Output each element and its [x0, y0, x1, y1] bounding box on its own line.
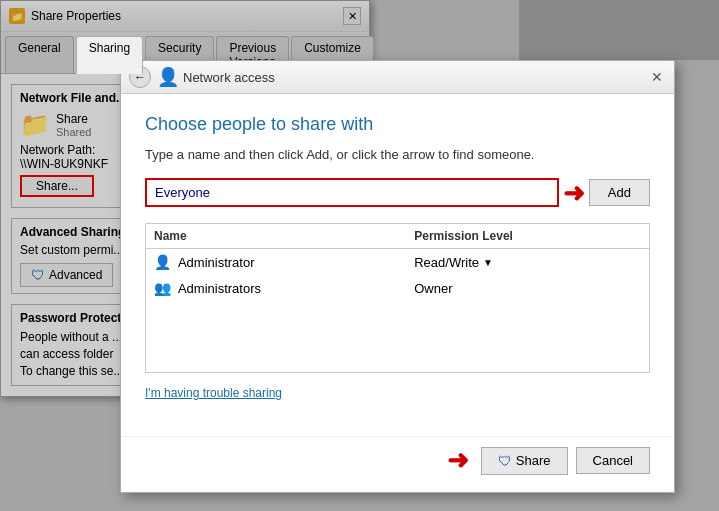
- dropdown-arrow-icon[interactable]: ▼: [483, 257, 493, 268]
- user-icon: 👤: [154, 254, 171, 270]
- file-sharing-body: Choose people to share with Type a name …: [121, 94, 674, 436]
- permission-value: Owner: [414, 281, 452, 296]
- permission-cell: Read/Write ▼: [406, 249, 649, 276]
- breadcrumb: 👤 Network access: [157, 66, 275, 88]
- breadcrumb-user-icon: 👤: [157, 66, 179, 88]
- permission-value: Read/Write: [414, 255, 479, 270]
- permission-cell: Owner: [406, 275, 649, 301]
- shield-share-icon: 🛡: [498, 453, 512, 469]
- footer-share-button[interactable]: 🛡 Share: [481, 447, 568, 475]
- table-row: 👤 Administrator Read/Write ▼: [146, 249, 649, 276]
- users-icon: 👥: [154, 280, 171, 296]
- file-sharing-footer: ➜ 🛡 Share Cancel: [121, 436, 674, 492]
- col-permission-header: Permission Level: [406, 224, 649, 249]
- file-sharing-close-button[interactable]: ✕: [648, 68, 666, 86]
- user-name-cell: 👤 Administrator: [146, 249, 406, 276]
- red-arrow-share-indicator: ➜: [447, 445, 469, 476]
- people-table: Name Permission Level 👤 Administrator Re…: [146, 224, 649, 301]
- permission-dropdown[interactable]: Read/Write ▼: [414, 255, 641, 270]
- file-sharing-dialog: ← 👤 Network access ✕ Choose people to sh…: [120, 60, 675, 493]
- input-row: ➜ Add: [145, 178, 650, 207]
- file-sharing-subtext: Type a name and then click Add, or click…: [145, 147, 650, 162]
- share-btn-label: Share: [516, 453, 551, 468]
- user-name: Administrator: [178, 255, 255, 270]
- col-name-header: Name: [146, 224, 406, 249]
- breadcrumb-text: Network access: [183, 70, 275, 85]
- add-button[interactable]: Add: [589, 179, 650, 206]
- file-sharing-heading: Choose people to share with: [145, 114, 650, 135]
- user-name-cell: 👥 Administrators: [146, 275, 406, 301]
- red-arrow-indicator: ➜: [563, 180, 585, 206]
- cancel-button[interactable]: Cancel: [576, 447, 650, 474]
- people-table-container: Name Permission Level 👤 Administrator Re…: [145, 223, 650, 373]
- tab-sharing[interactable]: Sharing: [76, 36, 143, 74]
- table-row: 👥 Administrators Owner: [146, 275, 649, 301]
- user-name: Administrators: [178, 281, 261, 296]
- trouble-sharing-link[interactable]: I'm having trouble sharing: [145, 386, 282, 400]
- file-sharing-titlebar: ← 👤 Network access ✕: [121, 61, 674, 94]
- people-search-input[interactable]: [145, 178, 559, 207]
